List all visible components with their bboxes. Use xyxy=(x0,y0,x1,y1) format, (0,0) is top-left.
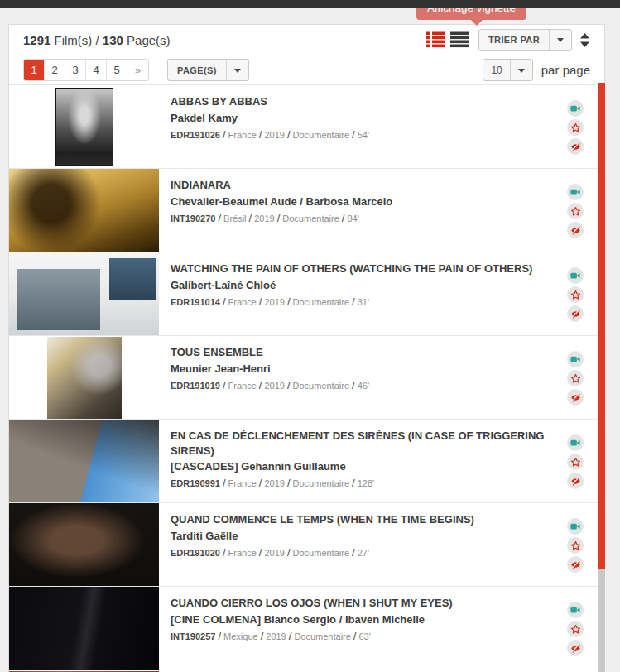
sort-by-button[interactable]: TRIER PAR xyxy=(478,29,572,51)
film-duration: 27' xyxy=(358,548,369,558)
separator: / xyxy=(352,295,355,308)
separator: / xyxy=(249,212,252,224)
pagination-bar: 1 2 3 4 5 » PAGE(S) 10 par page xyxy=(9,55,604,84)
video-camera-icon[interactable] xyxy=(567,184,584,200)
chevron-down-icon xyxy=(557,38,564,46)
film-info: ABBAS BY ABBAS Pakdel Kamy EDR191026/Fra… xyxy=(159,85,566,168)
film-meta: EDR191020/France/2019/Documentaire/27' xyxy=(171,546,566,559)
pages-dropdown[interactable]: PAGE(S) xyxy=(167,59,249,81)
film-year: 2019 xyxy=(264,297,284,307)
film-title[interactable]: CUANDO CIERRO LOS OJOS (WHEN I SHUT MY E… xyxy=(171,596,566,611)
star-icon[interactable] xyxy=(567,203,584,219)
separator: / xyxy=(259,379,262,391)
page-button-3[interactable]: 3 xyxy=(65,60,86,80)
pages-dropdown-caret[interactable] xyxy=(226,60,248,80)
eye-slash-icon[interactable] xyxy=(567,389,584,406)
star-icon[interactable] xyxy=(567,537,584,554)
chevron-down-icon xyxy=(518,69,525,76)
scrollbar-track[interactable] xyxy=(598,569,605,672)
page-button-next[interactable]: » xyxy=(127,60,148,80)
film-info: QUAND COMMENCE LE TEMPS (WHEN THE TIME B… xyxy=(159,503,566,586)
video-camera-icon[interactable] xyxy=(567,518,584,535)
film-info: WATCHING THE PAIN OF OTHERS (WATCHING TH… xyxy=(159,252,566,335)
film-actions xyxy=(566,336,584,419)
film-country: Mexique xyxy=(223,631,258,641)
separator: / xyxy=(287,128,291,141)
film-meta: EDR191026/France/2019/Documentaire/54' xyxy=(171,128,566,141)
thumbnail-column xyxy=(9,85,159,168)
film-country: France xyxy=(228,297,257,307)
eye-slash-icon[interactable] xyxy=(567,222,584,238)
video-camera-icon[interactable] xyxy=(567,351,584,367)
per-page-select[interactable]: 10 xyxy=(483,59,532,81)
eye-slash-icon[interactable] xyxy=(567,640,584,656)
film-duration: 84' xyxy=(347,214,358,223)
star-icon[interactable] xyxy=(567,286,584,303)
film-id: EDR191026 xyxy=(171,130,220,140)
thumbnail-column xyxy=(9,587,159,670)
page-button-5[interactable]: 5 xyxy=(107,60,127,80)
film-actions xyxy=(566,420,584,502)
film-title[interactable]: WATCHING THE PAIN OF OTHERS (WATCHING TH… xyxy=(171,262,566,276)
separator: / xyxy=(259,295,262,308)
eye-slash-icon[interactable] xyxy=(567,138,584,155)
film-meta: INT190257/Mexique/2019/Documentaire/63' xyxy=(171,630,566,642)
star-icon[interactable] xyxy=(567,621,584,637)
top-navbar xyxy=(0,0,620,8)
star-icon[interactable] xyxy=(567,370,584,386)
separator: / xyxy=(277,212,281,224)
page-button-2[interactable]: 2 xyxy=(45,60,65,80)
film-title[interactable]: INDIANARA xyxy=(171,178,566,193)
film-id: EDR191019 xyxy=(171,381,220,391)
film-thumbnail[interactable] xyxy=(47,337,122,419)
film-director: Chevalier-Beaumel Aude / Barbosa Marcelo xyxy=(171,195,566,208)
film-type: Documentaire xyxy=(293,478,349,488)
per-page-caret[interactable] xyxy=(510,60,532,80)
film-actions xyxy=(566,252,584,335)
film-thumbnail[interactable] xyxy=(55,88,113,166)
film-thumbnail[interactable] xyxy=(9,420,159,502)
film-meta: INT190270/Brésil/2019/Documentaire/84' xyxy=(171,212,566,224)
separator: / xyxy=(259,128,262,141)
separator: / xyxy=(261,630,264,642)
per-page-value: 10 xyxy=(483,60,509,80)
film-title[interactable]: TOUS ENSEMBLE xyxy=(171,345,566,360)
video-camera-icon[interactable] xyxy=(567,434,584,451)
compact-list-view-icon[interactable] xyxy=(450,31,469,48)
separator: / xyxy=(223,295,226,308)
separator: / xyxy=(223,128,226,141)
page-button-4[interactable]: 4 xyxy=(86,60,107,80)
video-camera-icon[interactable] xyxy=(567,602,584,618)
film-thumbnail[interactable] xyxy=(9,169,159,252)
eye-slash-icon[interactable] xyxy=(567,556,584,573)
separator: / xyxy=(287,295,291,308)
film-row: ABBAS BY ABBAS Pakdel Kamy EDR191026/Fra… xyxy=(9,84,604,168)
sort-by-caret[interactable] xyxy=(549,30,571,50)
film-title[interactable]: ABBAS BY ABBAS xyxy=(171,94,566,109)
film-thumbnail[interactable] xyxy=(9,503,159,586)
film-year: 2019 xyxy=(264,478,284,488)
scrollbar-thumb[interactable] xyxy=(598,83,605,569)
chevron-down-icon xyxy=(234,69,241,76)
eye-slash-icon[interactable] xyxy=(567,473,584,489)
page-button-1[interactable]: 1 xyxy=(24,60,45,80)
sort-direction-icon[interactable] xyxy=(579,32,590,48)
separator: / xyxy=(218,630,221,642)
star-icon[interactable] xyxy=(567,454,584,470)
film-id: INT190270 xyxy=(171,214,215,223)
video-camera-icon[interactable] xyxy=(567,267,584,284)
eye-slash-icon[interactable] xyxy=(567,305,584,322)
star-icon[interactable] xyxy=(567,119,584,136)
film-thumbnail[interactable] xyxy=(9,587,159,670)
film-title[interactable]: QUAND COMMENCE LE TEMPS (WHEN THE TIME B… xyxy=(171,512,566,527)
film-row: INDIANARA Chevalier-Beaumel Aude / Barbo… xyxy=(9,168,604,252)
film-title[interactable]: EN CAS DE DÉCLENCHEMENT DES SIRÈNES (IN … xyxy=(171,429,566,458)
per-page-label: par page xyxy=(541,63,590,77)
thumbnail-column xyxy=(9,169,159,252)
thumbnail-list-view-icon[interactable] xyxy=(426,31,445,48)
film-director: [CASCADES] Gehannin Guillaume xyxy=(171,460,566,473)
film-duration: 128' xyxy=(358,478,374,488)
film-country: France xyxy=(228,381,257,391)
film-thumbnail[interactable] xyxy=(9,252,159,335)
video-camera-icon[interactable] xyxy=(567,100,584,117)
